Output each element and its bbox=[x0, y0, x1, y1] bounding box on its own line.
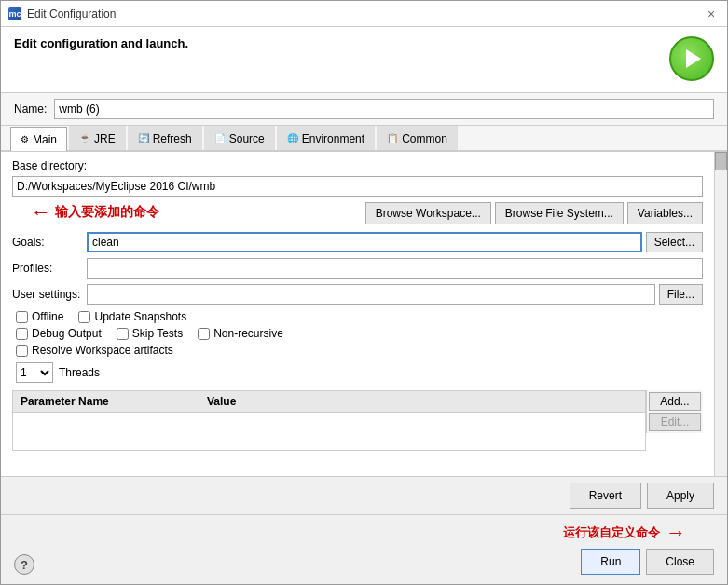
name-label: Name: bbox=[14, 102, 47, 116]
tab-source-label: Source bbox=[229, 132, 265, 145]
parameter-table: Parameter Name Value bbox=[12, 390, 646, 451]
footer-right: 运行该自定义命令 → Run Close bbox=[563, 521, 714, 575]
table-body[interactable] bbox=[13, 413, 645, 450]
resolve-workspace-checkbox[interactable] bbox=[16, 345, 28, 357]
run-button[interactable]: Run bbox=[581, 549, 640, 575]
main-tab-icon: ⚙ bbox=[21, 134, 29, 144]
browse-workspace-button[interactable]: Browse Workspace... bbox=[365, 202, 491, 224]
threads-row: 1 2 4 Threads bbox=[12, 362, 703, 383]
checkbox-row-1: Offline Update Snapshots bbox=[12, 310, 703, 323]
header-section: Edit configuration and launch. bbox=[1, 27, 727, 93]
base-directory-input[interactable] bbox=[12, 176, 703, 197]
checkbox-row-2: Debug Output Skip Tests Non-recursive bbox=[12, 327, 703, 340]
skip-tests-checkbox[interactable] bbox=[117, 328, 129, 340]
threads-select[interactable]: 1 2 4 bbox=[16, 362, 53, 383]
run-annotation: 运行该自定义命令 → bbox=[563, 521, 686, 545]
table-header: Parameter Name Value bbox=[13, 391, 645, 413]
offline-label: Offline bbox=[32, 310, 63, 323]
add-parameter-button[interactable]: Add... bbox=[649, 392, 701, 411]
table-side-buttons: Add... Edit... bbox=[646, 390, 703, 433]
profiles-row: Profiles: bbox=[12, 258, 703, 279]
tab-main[interactable]: ⚙ Main bbox=[10, 127, 67, 151]
tab-main-label: Main bbox=[33, 133, 57, 146]
threads-label: Threads bbox=[59, 366, 100, 379]
debug-output-label: Debug Output bbox=[32, 327, 102, 340]
browse-filesystem-button[interactable]: Browse File System... bbox=[495, 202, 624, 224]
checkboxes-section: Offline Update Snapshots Debug Output Sk… bbox=[12, 310, 703, 357]
update-snapshots-checkbox-item[interactable]: Update Snapshots bbox=[78, 310, 186, 323]
close-button[interactable]: × bbox=[703, 6, 720, 22]
non-recursive-checkbox-item[interactable]: Non-recursive bbox=[198, 327, 283, 340]
non-recursive-label: Non-recursive bbox=[213, 327, 283, 340]
title-bar-left: mc Edit Configuration bbox=[8, 7, 116, 20]
tabs-row: ⚙ Main ☕ JRE 🔄 Refresh 📄 Source 🌐 Enviro… bbox=[1, 126, 727, 152]
footer-buttons: Run Close bbox=[581, 549, 714, 575]
run-annotation-text: 运行该自定义命令 bbox=[563, 524, 660, 541]
help-button[interactable]: ? bbox=[14, 554, 34, 575]
goals-label: Goals: bbox=[12, 236, 87, 249]
goals-input[interactable] bbox=[87, 232, 642, 252]
tab-jre[interactable]: ☕ JRE bbox=[69, 126, 126, 150]
offline-checkbox[interactable] bbox=[16, 311, 28, 323]
update-snapshots-label: Update Snapshots bbox=[94, 310, 186, 323]
tab-refresh[interactable]: 🔄 Refresh bbox=[128, 126, 202, 150]
checkbox-row-3: Resolve Workspace artifacts bbox=[12, 344, 703, 357]
apply-button[interactable]: Apply bbox=[647, 483, 714, 509]
tab-common-label: Common bbox=[402, 132, 447, 145]
source-tab-icon: 📄 bbox=[214, 133, 226, 143]
skip-tests-checkbox-item[interactable]: Skip Tests bbox=[117, 327, 183, 340]
user-settings-file-button[interactable]: File... bbox=[659, 284, 703, 305]
scrollbar-thumb[interactable] bbox=[715, 152, 727, 170]
base-directory-label: Base directory: bbox=[12, 159, 703, 172]
tab-jre-label: JRE bbox=[94, 132, 116, 145]
window-title: Edit Configuration bbox=[27, 7, 116, 20]
header-run-button[interactable] bbox=[669, 36, 714, 81]
app-icon: mc bbox=[8, 7, 21, 20]
goals-row: Goals: Select... bbox=[12, 232, 703, 252]
user-settings-label: User settings: bbox=[12, 288, 87, 301]
close-button-footer[interactable]: Close bbox=[646, 549, 714, 575]
profiles-label: Profiles: bbox=[12, 262, 87, 275]
run-arrow-icon: → bbox=[666, 521, 686, 545]
tab-environment[interactable]: 🌐 Environment bbox=[277, 126, 375, 150]
user-settings-row: User settings: File... bbox=[12, 284, 703, 305]
edit-parameter-button[interactable]: Edit... bbox=[649, 413, 701, 431]
update-snapshots-checkbox[interactable] bbox=[78, 311, 90, 323]
name-input[interactable] bbox=[54, 99, 714, 119]
revert-apply-row: Revert Apply bbox=[1, 476, 727, 514]
refresh-tab-icon: 🔄 bbox=[138, 133, 149, 143]
debug-output-checkbox[interactable] bbox=[16, 328, 28, 340]
tab-refresh-label: Refresh bbox=[153, 132, 192, 145]
goals-select-button[interactable]: Select... bbox=[646, 232, 703, 252]
env-tab-icon: 🌐 bbox=[287, 133, 298, 143]
variables-button[interactable]: Variables... bbox=[627, 202, 703, 224]
content-area: Base directory: ← 输入要添加的命令 Browse Worksp… bbox=[1, 152, 727, 476]
common-tab-icon: 📋 bbox=[387, 133, 398, 143]
resolve-workspace-label: Resolve Workspace artifacts bbox=[32, 344, 173, 357]
tab-environment-label: Environment bbox=[302, 132, 364, 145]
content-main: Base directory: ← 输入要添加的命令 Browse Worksp… bbox=[1, 152, 714, 476]
title-bar: mc Edit Configuration × bbox=[1, 1, 727, 27]
tab-common[interactable]: 📋 Common bbox=[377, 126, 458, 150]
name-row: Name: bbox=[1, 93, 727, 126]
param-value-header: Value bbox=[199, 391, 645, 412]
parameter-table-section: Parameter Name Value Add... Edit... bbox=[12, 390, 703, 451]
user-settings-input[interactable] bbox=[87, 284, 655, 305]
revert-button[interactable]: Revert bbox=[570, 483, 641, 509]
param-name-header: Parameter Name bbox=[13, 391, 199, 412]
tab-source[interactable]: 📄 Source bbox=[204, 126, 275, 150]
scrollbar[interactable] bbox=[714, 152, 727, 476]
non-recursive-checkbox[interactable] bbox=[198, 328, 210, 340]
debug-output-checkbox-item[interactable]: Debug Output bbox=[16, 327, 102, 340]
main-window: mc Edit Configuration × Edit configurati… bbox=[0, 0, 728, 585]
profiles-input[interactable] bbox=[87, 258, 703, 279]
jre-tab-icon: ☕ bbox=[79, 133, 90, 143]
footer-area: ? 运行该自定义命令 → Run Close bbox=[1, 514, 727, 584]
offline-checkbox-item[interactable]: Offline bbox=[16, 310, 63, 323]
resolve-workspace-checkbox-item[interactable]: Resolve Workspace artifacts bbox=[16, 344, 173, 357]
header-subtitle: Edit configuration and launch. bbox=[14, 36, 188, 50]
skip-tests-label: Skip Tests bbox=[132, 327, 183, 340]
